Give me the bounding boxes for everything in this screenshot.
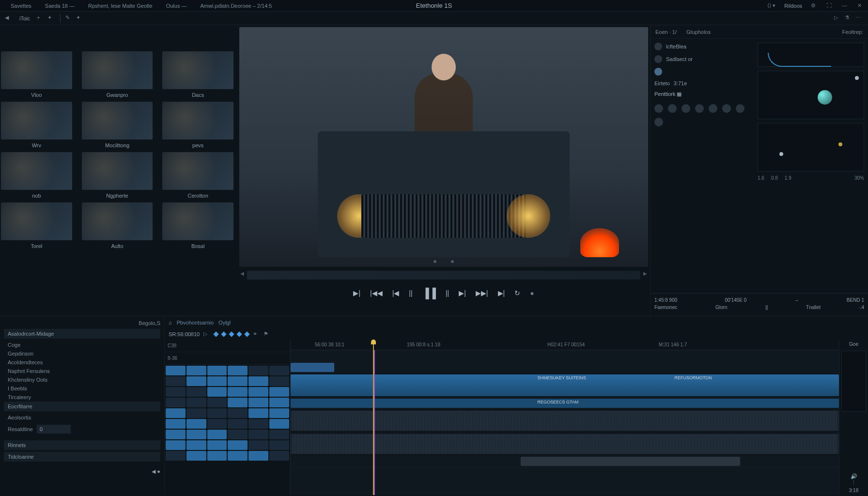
mini-monitor[interactable] — [841, 351, 866, 412]
props-header[interactable]: Begolo,S — [4, 320, 160, 329]
prop-item-6[interactable]: Tircaleery — [4, 393, 160, 402]
tl-tool-link[interactable]: ⚭ — [253, 331, 260, 338]
tool-cell-38[interactable] — [207, 430, 227, 439]
expand-icon[interactable]: ⛶ — [826, 2, 833, 9]
preview-monitor[interactable] — [239, 27, 648, 267]
tool-cell-11[interactable] — [269, 376, 289, 386]
tl-home-icon[interactable]: ⌂ — [169, 320, 172, 326]
prop-item-5[interactable]: I Beebls — [4, 384, 160, 393]
menu-item-0[interactable]: Savettes — [4, 3, 38, 9]
insp-tab-2[interactable]: Feoltrep: — [842, 29, 863, 35]
tool-cell-18[interactable] — [166, 398, 186, 407]
menu-item-4[interactable]: Amwi.pdlatn.Deoroee – 2/14:5 — [193, 3, 279, 9]
props-field-1[interactable]: Eocrfitarre — [4, 402, 160, 411]
tool-cell-44[interactable] — [207, 440, 227, 450]
playhead[interactable] — [373, 340, 374, 495]
tool-cell-41[interactable] — [269, 430, 289, 439]
tool-cell-25[interactable] — [186, 408, 206, 418]
toggle-icon[interactable]: ▦ — [677, 91, 682, 97]
media-clip-3[interactable]: Wrv — [1, 102, 72, 148]
record-icon[interactable]: ● — [530, 289, 534, 297]
menu-icon[interactable]: ⋯ — [855, 15, 863, 22]
frame-back-icon[interactable]: || — [409, 289, 412, 297]
tool-cell-50[interactable] — [207, 451, 227, 461]
foot-m[interactable]: Glorn — [715, 305, 727, 310]
tool-cell-39[interactable] — [228, 430, 248, 439]
tool-cell-20[interactable] — [207, 398, 227, 407]
tool-cell-15[interactable] — [228, 387, 248, 397]
tool-cell-31[interactable] — [186, 419, 206, 429]
media-clip-5[interactable]: pevs — [162, 102, 233, 148]
tool-cell-22[interactable] — [248, 398, 268, 407]
user-icon[interactable] — [654, 43, 662, 50]
tool-cell-14[interactable] — [207, 387, 227, 397]
timecode[interactable]: SR:56:00810 — [169, 331, 200, 337]
media-clip-6[interactable]: nob — [1, 152, 72, 199]
tool-cell-8[interactable] — [207, 376, 227, 386]
edit-icon[interactable]: ✎ — [65, 15, 73, 22]
step-fwd-icon[interactable]: ▶| — [459, 289, 466, 297]
scrub-bar[interactable] — [247, 271, 640, 279]
tool-cell-17[interactable] — [269, 387, 289, 397]
keyframe-icon-1[interactable] — [214, 331, 219, 337]
frame-fwd-icon[interactable]: || — [446, 289, 449, 297]
tool-cell-28[interactable] — [248, 408, 268, 418]
tool-cell-46[interactable] — [248, 440, 268, 450]
tool-label[interactable]: iToic — [16, 14, 34, 23]
tool-cell-52[interactable] — [248, 451, 268, 461]
target-icon[interactable] — [654, 55, 662, 63]
star-icon[interactable]: ✦ — [47, 15, 55, 22]
drop-icon[interactable] — [654, 68, 662, 76]
tool-cell-9[interactable] — [228, 376, 248, 386]
insp-tab-0[interactable]: Eoen · 1/ — [655, 29, 677, 35]
playhead-secondary[interactable] — [374, 350, 375, 495]
tool-cell-23[interactable] — [269, 398, 289, 407]
side-dots-icon[interactable]: ⋮ — [839, 480, 868, 486]
tool-cell-30[interactable] — [166, 419, 186, 429]
scope-graph[interactable] — [758, 71, 864, 119]
page-dots[interactable] — [434, 260, 454, 263]
media-clip-8[interactable]: Cerotton — [162, 152, 233, 199]
tool-cell-12[interactable] — [166, 387, 186, 397]
fx-icon-6[interactable] — [722, 104, 731, 113]
tool-cell-42[interactable] — [166, 440, 186, 450]
tl-tool-1[interactable]: ▷ — [203, 331, 210, 338]
tool-cell-6[interactable] — [166, 376, 186, 386]
media-clip-10[interactable]: Aulto — [82, 202, 153, 249]
props-section-1[interactable]: Asalodrcort-Midage — [4, 329, 160, 339]
tool-cell-34[interactable] — [248, 419, 268, 429]
track-label-1[interactable]: 8-36 — [165, 352, 290, 365]
props-field-2-input[interactable] — [37, 425, 71, 434]
media-clip-2[interactable]: Dacs — [162, 51, 233, 98]
skip-fwd-icon[interactable]: ▶▶| — [476, 289, 488, 297]
settings-icon[interactable]: ⚙ — [811, 2, 818, 9]
tool-cell-10[interactable] — [248, 376, 268, 386]
step-back-icon[interactable]: |◀ — [392, 289, 400, 297]
prev-clip-icon[interactable]: ▶| — [353, 289, 360, 297]
tool-cell-26[interactable] — [207, 408, 227, 418]
track-label-0[interactable]: C38 — [165, 340, 290, 352]
tl-tool-flag[interactable]: ⚑ — [264, 331, 270, 338]
tool-cell-27[interactable] — [228, 408, 248, 418]
tool-cell-5[interactable] — [269, 366, 289, 375]
tool-cell-47[interactable] — [269, 440, 289, 450]
tool-cell-2[interactable] — [207, 366, 227, 375]
tool-cell-53[interactable] — [269, 451, 289, 461]
fx-icon-4[interactable] — [695, 104, 704, 113]
minimize-icon[interactable]: — — [842, 2, 849, 9]
fx-icon-3[interactable] — [682, 104, 690, 113]
menu-item-2[interactable]: Rpshent, lese Malte Geotle — [81, 3, 159, 9]
menu-item-3[interactable]: Oulus — — [159, 3, 194, 9]
add-icon[interactable]: + — [37, 15, 45, 22]
fx-icon-2[interactable] — [668, 104, 677, 113]
back-icon[interactable]: ◀ — [5, 15, 13, 22]
prev-page-icon[interactable]: ◀ — [152, 468, 155, 474]
tool-cell-7[interactable] — [186, 376, 206, 386]
tool-cell-45[interactable] — [228, 440, 248, 450]
audio-clip-3[interactable] — [521, 457, 740, 466]
media-clip-1[interactable]: Gwanpro — [82, 51, 153, 98]
play-pause-icon[interactable]: ▐▐ — [422, 288, 436, 299]
media-clip-0[interactable]: Vloo — [1, 51, 72, 98]
media-clip-9[interactable]: Torel — [1, 202, 72, 249]
tool-cell-16[interactable] — [248, 387, 268, 397]
